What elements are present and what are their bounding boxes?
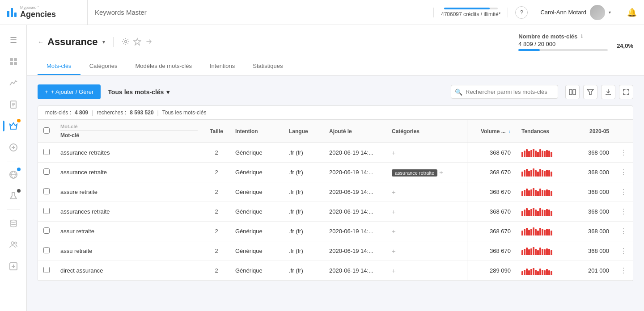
tab-intentions[interactable]: Intentions — [201, 58, 244, 75]
bar-1 — [524, 249, 525, 255]
bar-13 — [551, 231, 552, 235]
select-all-checkbox[interactable] — [43, 127, 50, 134]
row-checkbox[interactable] — [43, 208, 50, 214]
sidebar-item-people[interactable] — [4, 235, 23, 255]
row-more-button[interactable]: ⋮ — [620, 168, 627, 176]
add-category-button[interactable]: + — [392, 208, 396, 215]
add-category-button[interactable]: + — [439, 168, 443, 176]
filter-dropdown-button[interactable]: Tous les mots-clés ▾ — [108, 88, 169, 96]
menu-icon: ☰ — [10, 35, 17, 45]
row-checkbox[interactable] — [43, 227, 50, 234]
avatar[interactable] — [590, 5, 605, 20]
sidebar-item-reports[interactable] — [4, 95, 23, 114]
add-category-button[interactable]: + — [392, 188, 396, 196]
brand-main: Agencies — [20, 10, 56, 19]
add-category-button[interactable]: + — [392, 267, 396, 274]
search-input[interactable] — [451, 85, 558, 99]
tab-statistiques[interactable]: Statistiques — [244, 58, 292, 75]
row-more-button[interactable]: ⋮ — [620, 208, 627, 215]
row-intention: Générique — [230, 261, 284, 281]
star-button[interactable] — [133, 38, 141, 47]
bar-7 — [537, 231, 539, 235]
reports-icon — [9, 100, 18, 109]
user-dropdown-chevron[interactable]: ▾ — [609, 10, 611, 15]
bar-7 — [537, 152, 539, 157]
row-more-button[interactable]: ⋮ — [620, 188, 627, 196]
sidebar-item-analytics[interactable] — [4, 73, 23, 93]
sidebar-item-database[interactable] — [4, 214, 23, 233]
bar-7 — [537, 271, 539, 275]
row-intention: Générique — [230, 241, 284, 261]
bar-1 — [524, 229, 525, 235]
row-checkbox[interactable] — [43, 267, 50, 273]
bar-11 — [546, 269, 548, 275]
keywords-table: Mot-clé Mot-clé Taille Intention Langue … — [38, 120, 633, 281]
tab-categories[interactable]: Catégories — [80, 58, 127, 75]
row-more-button[interactable]: ⋮ — [620, 227, 627, 235]
sidebar-item-plus-box[interactable] — [4, 256, 23, 276]
sidebar-item-add[interactable] — [4, 138, 23, 157]
row-checkbox[interactable] — [43, 168, 50, 175]
bar-4 — [530, 209, 532, 216]
notification-icon[interactable]: 🔔 — [627, 8, 637, 17]
svg-rect-0 — [10, 58, 13, 61]
bar-7 — [537, 250, 539, 255]
help-button[interactable]: ? — [515, 6, 528, 19]
svg-marker-26 — [587, 89, 593, 95]
add-category-button[interactable]: + — [392, 227, 396, 235]
bar-6 — [535, 229, 537, 235]
row-date-val: 368 000 — [570, 182, 614, 202]
add-label: + Ajouter / Gérer — [51, 88, 94, 95]
filter-button[interactable] — [583, 85, 597, 99]
back-button[interactable]: ← — [38, 38, 44, 46]
row-more-button[interactable]: ⋮ — [620, 149, 627, 156]
sidebar-item-menu[interactable]: ☰ — [4, 30, 23, 50]
navbar: Myposeo ° Agencies Keywords Master 47060… — [0, 0, 644, 25]
logo-bar2 — [11, 8, 13, 17]
row-intention: Générique — [230, 202, 284, 222]
export-button[interactable] — [601, 85, 615, 99]
row-date-val: 368 000 — [570, 143, 614, 163]
sidebar-item-dashboard[interactable] — [4, 52, 23, 71]
add-category-button[interactable]: + — [392, 247, 396, 255]
add-category-button[interactable]: + — [392, 149, 396, 156]
columns-toggle-button[interactable] — [565, 85, 580, 99]
sidebar-divider2 — [7, 210, 20, 210]
flask-icon — [9, 192, 18, 201]
flask-dot — [17, 189, 21, 193]
row-more-button[interactable]: ⋮ — [620, 267, 627, 274]
stats-filter-label: Tous les mots-clés — [162, 109, 207, 116]
tab-modeles[interactable]: Modèles de mots-clés — [127, 58, 201, 75]
svg-point-16 — [10, 220, 17, 223]
row-categories: + — [386, 202, 467, 222]
svg-marker-23 — [134, 38, 141, 45]
tab-mots-cles[interactable]: Mots-clés — [38, 58, 80, 75]
stats-row: mots-clés : 4 809 | recherches : 8 593 5… — [38, 105, 633, 120]
row-taille: 2 — [203, 202, 230, 222]
kw-progress-fill — [518, 49, 540, 51]
th-actions — [614, 120, 633, 143]
row-checkbox[interactable] — [43, 188, 50, 194]
row-checkbox[interactable] — [43, 247, 50, 253]
sidebar-item-flask[interactable] — [4, 186, 23, 206]
bar-11 — [546, 248, 548, 255]
bar-1 — [524, 151, 525, 157]
bar-6 — [535, 151, 537, 157]
sidebar-item-keywords[interactable] — [4, 116, 23, 136]
row-more-button[interactable]: ⋮ — [620, 247, 627, 255]
share-icon — [145, 38, 153, 46]
add-manage-button[interactable]: + + Ajouter / Gérer — [38, 84, 101, 99]
tabs: Mots-clés Catégories Modèles de mots-clé… — [38, 58, 633, 75]
bar-5 — [533, 227, 534, 235]
row-categories: assurance retraite+ — [386, 163, 467, 182]
fullscreen-button[interactable] — [619, 85, 633, 99]
row-keyword: assurance retraites — [55, 143, 203, 163]
settings-button[interactable] — [122, 38, 130, 47]
row-langue: .fr (fr) — [284, 182, 324, 202]
share-button[interactable] — [145, 38, 153, 47]
kw-count-block: Nombre de mots-clés ℹ 4 809 / 20 000 24,… — [518, 33, 633, 51]
th-intention: Intention — [230, 120, 284, 143]
row-checkbox[interactable] — [43, 149, 50, 155]
sidebar-item-globe[interactable] — [4, 165, 23, 185]
row-keyword: assur retraite — [55, 222, 203, 241]
